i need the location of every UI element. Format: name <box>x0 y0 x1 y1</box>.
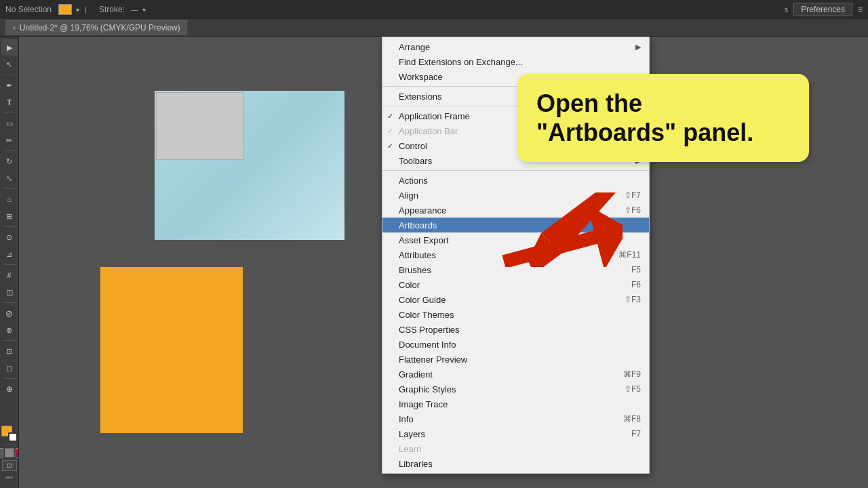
menu-item-label: Application Bar <box>399 126 458 136</box>
eraser-tool[interactable]: ◻ <box>1 360 18 376</box>
gradient-tool[interactable]: ◫ <box>1 284 18 300</box>
menu-item-label: Document Info <box>399 340 456 350</box>
menu-item-learn: Learn <box>382 441 649 456</box>
menu-item-color-themes[interactable]: Color Themes <box>382 307 649 322</box>
menu-item-find-extensions[interactable]: Find Extensions on Exchange... <box>382 54 649 69</box>
yellow-artboard[interactable] <box>100 267 243 433</box>
tool-separator-2 <box>3 113 16 113</box>
fill-dropdown-arrow[interactable]: ▾ <box>76 6 79 14</box>
tab-close-icon[interactable]: × <box>12 24 16 32</box>
menu-item-flattener-preview[interactable]: Flattener Preview <box>382 352 649 367</box>
menu-item-label: Gradient <box>399 369 433 380</box>
no-selection-label: No Selection <box>5 5 52 14</box>
menu-item-label: Find Extensions on Exchange... <box>399 57 523 67</box>
menu-item-color[interactable]: ColorF6 <box>382 277 649 292</box>
screen-mode-btn[interactable]: ⊡ <box>2 460 17 471</box>
menu-item-shortcut: F6 <box>631 280 641 289</box>
fill-stroke-sep: | <box>85 5 87 14</box>
menu-item-shortcut: ⌘F9 <box>623 369 641 379</box>
menu-item-label: Image Trace <box>399 399 448 409</box>
color-mode-2[interactable] <box>5 448 14 458</box>
free-transform-tool[interactable]: ⊞ <box>1 208 18 224</box>
menu-item-document-info[interactable]: Document Info <box>382 337 649 352</box>
menu-item-shortcut: F5 <box>631 265 641 274</box>
shape-builder-tool[interactable]: ⊙ <box>1 229 18 245</box>
fill-stroke-indicator[interactable] <box>1 426 18 442</box>
menu-item-label: Flattener Preview <box>399 354 467 365</box>
blend-tool[interactable]: ⊗ <box>1 322 18 338</box>
document-tab[interactable]: × Untitled-2* @ 19,76% (CMYK/GPU Preview… <box>5 20 188 35</box>
menu-item-label: Toolbars <box>399 156 432 166</box>
rotate-tool[interactable]: ↻ <box>1 153 18 169</box>
menu-item-arrange[interactable]: Arrange▶ <box>382 39 649 54</box>
menu-item-label: Appearance <box>399 205 446 216</box>
menu-item-label: CSS Properties <box>399 325 460 335</box>
color-mode-row <box>0 448 19 458</box>
tab-title: Untitled-2* @ 19,76% (CMYK/GPU Preview) <box>20 23 180 33</box>
menu-item-libraries[interactable]: Libraries <box>382 456 649 471</box>
tab-bar: × Untitled-2* @ 19,76% (CMYK/GPU Preview… <box>0 19 868 37</box>
menu-item-color-guide[interactable]: Color Guide⇧F3 <box>382 292 649 307</box>
rectangle-tool[interactable]: ▭ <box>1 115 18 131</box>
scale-tool[interactable]: ⤡ <box>1 170 18 186</box>
tool-separator-6 <box>3 264 16 265</box>
menu-item-label: Brushes <box>399 265 431 275</box>
menu-item-shortcut: ⇧F3 <box>625 295 641 304</box>
perspective-grid-tool[interactable]: ⊿ <box>1 246 18 262</box>
more-tools[interactable]: ••• <box>5 474 13 481</box>
menu-item-label: Color Guide <box>399 295 446 305</box>
top-bar-right: s Preferences ≡ <box>785 3 863 16</box>
menu-item-label: Libraries <box>399 459 433 469</box>
pen-tool[interactable]: ✒ <box>1 77 18 94</box>
artboard-tool[interactable]: ⊡ <box>1 343 18 359</box>
menu-separator <box>382 170 649 171</box>
menu-item-gradient[interactable]: Gradient⌘F9 <box>382 367 649 382</box>
menu-item-info[interactable]: Info⌘F8 <box>382 411 649 426</box>
stroke-label: Stroke: <box>99 5 125 14</box>
left-toolbar: ▶ ↖ ✒ T ▭ ✏ ↻ ⤡ ⌂ ⊞ ⊙ ⊿ # ◫ ⊘ ⊗ ⊡ ◻ ⊕ <box>0 37 19 488</box>
menu-item-label: Asset Export <box>399 235 449 245</box>
menu-item-label: Workspace <box>399 72 443 82</box>
warp-tool[interactable]: ⌂ <box>1 191 18 207</box>
menu-item-shortcut: ⇧F7 <box>625 190 641 200</box>
menu-item-graphic-styles[interactable]: Graphic Styles⇧F5 <box>382 382 649 396</box>
tool-separator-5 <box>3 226 16 227</box>
menu-item-image-trace[interactable]: Image Trace <box>382 396 649 411</box>
menu-item-css-properties[interactable]: CSS Properties <box>382 322 649 337</box>
color-mode-1[interactable] <box>0 448 3 458</box>
zoom-tool[interactable]: ⊕ <box>1 381 18 397</box>
menu-item-shortcut: ⇧F5 <box>625 384 641 394</box>
menu-item-label: Align <box>399 190 418 201</box>
preferences-button[interactable]: Preferences <box>793 3 852 16</box>
mesh-tool[interactable]: # <box>1 267 18 283</box>
stroke-dropdown-arrow[interactable]: ▾ <box>142 6 146 14</box>
fill-color-swatch[interactable] <box>58 4 72 15</box>
menu-item-label: Info <box>399 414 414 424</box>
canvas-area: Arrange▶Find Extensions on Exchange...Wo… <box>19 37 868 488</box>
tool-separator-10 <box>3 445 16 445</box>
selection-tool[interactable]: ▶ <box>1 39 18 56</box>
pencil-tool[interactable]: ✏ <box>1 132 18 148</box>
menu-item-label: Arrange <box>399 42 430 52</box>
tooltip-text: Open the "Artboards" panel. <box>536 89 790 147</box>
tool-separator-4 <box>3 188 16 189</box>
menu-item-label: Graphic Styles <box>399 384 456 394</box>
tool-separator-1 <box>3 75 16 75</box>
eyedropper-tool[interactable]: ⊘ <box>1 305 18 321</box>
menu-item-label: Control <box>399 141 427 151</box>
menu-item-layers[interactable]: LayersF7 <box>382 426 649 441</box>
menu-item-shortcut: ⌘F8 <box>623 414 641 424</box>
type-tool[interactable]: T <box>1 94 18 110</box>
menu-item-label: Color <box>399 280 420 290</box>
tooltip-callout: Open the "Artboards" panel. <box>517 74 809 162</box>
workspace-icon[interactable]: ≡ <box>858 5 863 14</box>
menu-item-label: Artboards <box>399 220 437 230</box>
gray-artboard-preview <box>156 92 244 160</box>
top-bar: No Selection ▾ | Stroke: — ▾ s Preferenc… <box>0 0 868 19</box>
tool-separator-9 <box>3 378 16 379</box>
tool-separator-3 <box>3 150 16 151</box>
menu-item-label: Attributes <box>399 250 436 260</box>
menu-item-shortcut: ⇧F6 <box>625 205 641 215</box>
menu-item-arrow: ▶ <box>635 43 641 52</box>
direct-selection-tool[interactable]: ↖ <box>1 56 18 73</box>
